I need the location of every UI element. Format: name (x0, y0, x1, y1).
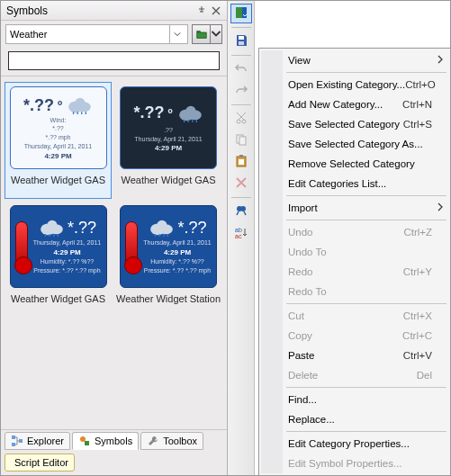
temp-value: *.?? (133, 103, 164, 122)
tab-label: Toolbox (163, 436, 197, 446)
menu-item-paste[interactable]: PasteCtrl+V (261, 346, 448, 365)
menu-item-label: Replace... (288, 414, 432, 425)
svg-rect-13 (12, 443, 15, 446)
menu-item-edit-categories-list[interactable]: Edit Categories List... (261, 174, 448, 193)
thumb-pressure: Pressure: *.?? *.?? mph (33, 267, 101, 274)
menu-item-view[interactable]: View (261, 50, 448, 70)
menu-item-label: Open Existing Category... (288, 79, 405, 90)
menu-item-label: Edit Symbol Properties... (288, 458, 432, 469)
menu-item-copy: CopyCtrl+C (261, 326, 448, 346)
tab-toolbox[interactable]: Toolbox (140, 432, 203, 450)
menu-item-label: Cut (288, 310, 403, 321)
category-actions-menu: ViewOpen Existing Category...Ctrl+OAdd N… (258, 48, 451, 476)
temp-unit: º (167, 106, 172, 121)
toolbar-replace-button[interactable]: abac (230, 223, 252, 243)
menu-item-open-existing-category[interactable]: Open Existing Category...Ctrl+O (261, 75, 448, 94)
menu-item-label: Add New Category... (288, 99, 402, 110)
pin-icon (197, 6, 206, 15)
toolbar-delete-button (230, 174, 252, 193)
menu-item-shortcut: Ctrl+X (403, 310, 432, 321)
symbol-thumbnail: *.?? Thursday, April 21, 2011 4:29 PM Hu… (10, 205, 107, 288)
toolbar-paste-button[interactable] (230, 152, 252, 172)
menu-item-import[interactable]: Import (261, 198, 448, 218)
menu-item-label: Copy (288, 330, 402, 341)
svg-text:ab: ab (235, 227, 242, 233)
tree-icon (11, 435, 23, 447)
thumb-pressure: Pressure: *.?? *.?? mph (143, 267, 211, 274)
menu-item-remove-selected-category[interactable]: Remove Selected Category (261, 154, 448, 174)
menu-item-undo: UndoCtrl+Z (261, 222, 448, 242)
menu-item-shortcut: Ctrl+C (402, 330, 432, 341)
svg-point-8 (47, 220, 57, 230)
menu-item-label: View (288, 55, 432, 66)
toolbar-cut-button (230, 109, 252, 129)
chevron-down-icon (169, 25, 184, 43)
svg-rect-17 (236, 7, 242, 18)
thumb-time: 4:29 PM (33, 248, 101, 256)
menu-item-shortcut: Ctrl+N (402, 99, 432, 110)
menu-separator (286, 303, 446, 304)
symbol-item[interactable]: *.?? º .?? Thursday, April 21, 2011 4:29… (113, 82, 223, 199)
close-icon (212, 6, 221, 15)
symbol-thumbnail: *.?? Thursday, April 21, 2011 4:29 PM Hu… (120, 205, 217, 288)
toolbar-find-button[interactable] (230, 202, 252, 221)
paste-icon (234, 154, 248, 170)
menu-separator (286, 72, 446, 73)
tab-explorer[interactable]: Explorer (5, 432, 70, 450)
thermometer-icon (15, 221, 28, 272)
category-combo[interactable]: Weather (5, 24, 188, 44)
svg-rect-14 (19, 439, 23, 443)
menu-item-save-selected-category-as[interactable]: Save Selected Category As... (261, 134, 448, 154)
panel-title: Symbols (6, 4, 194, 17)
menu-item-label: Undo (288, 227, 403, 238)
symbol-item[interactable]: *.?? Thursday, April 21, 2011 4:29 PM Hu… (5, 201, 112, 318)
symbol-caption: Weather Widget GAS (7, 175, 109, 185)
menu-item-replace[interactable]: Replace... (261, 409, 448, 429)
svg-rect-26 (239, 155, 243, 157)
menu-item-find[interactable]: Find... (261, 390, 448, 409)
save-icon (234, 33, 248, 49)
wrench-icon (147, 435, 159, 447)
category-selector-row: Weather (1, 21, 227, 48)
menu-item-redo: RedoCtrl+Y (261, 262, 448, 282)
temp-value: *.?? (68, 219, 96, 238)
symbol-item[interactable]: *.?? º Wind:*.?? *.?? mph Thursday, Apri… (5, 82, 112, 199)
thumb-time: 4:29 PM (155, 144, 182, 152)
thumb-time: 4:29 PM (143, 248, 211, 256)
symbol-item[interactable]: *.?? Thursday, April 21, 2011 4:29 PM Hu… (113, 201, 223, 318)
chevron-right-icon (437, 202, 443, 213)
menu-item-shortcut: Ctrl+Y (403, 266, 432, 277)
redo-icon (234, 83, 248, 99)
thumb-humidity: Humidity: *.?? %?? (33, 258, 101, 265)
svg-text:ac: ac (235, 233, 242, 239)
menu-item-label: Save Selected Category (288, 119, 403, 130)
toolbar-save-button[interactable] (230, 31, 252, 51)
tab-symbols[interactable]: Symbols (72, 432, 139, 450)
temp-value: *.?? (23, 96, 54, 115)
menu-item-shortcut: Ctrl+O (405, 79, 436, 90)
menu-item-label: Save Selected Category As... (288, 139, 432, 149)
menu-item-label: Paste (288, 350, 403, 361)
symbol-caption: Weather Widget GAS (116, 175, 221, 185)
symbol-gallery: *.?? º Wind:*.?? *.?? mph Thursday, Apri… (1, 76, 227, 429)
category-actions-splitbutton[interactable] (192, 24, 222, 44)
thermometer-icon (125, 221, 138, 272)
thumb-date: Thursday, April 21, 2011 (24, 143, 92, 150)
delete-icon (234, 175, 248, 192)
menu-item-redo-to: Redo To (261, 282, 448, 301)
symbol-search-input[interactable] (8, 51, 220, 70)
toolbar-separator (231, 55, 251, 56)
tab-script-editor[interactable]: Script Editor (5, 454, 75, 472)
close-panel-button[interactable] (209, 4, 223, 18)
thumb-mph: *.?? mph (46, 134, 71, 141)
autohide-pin-button[interactable] (194, 4, 209, 18)
menu-item-shortcut: Ctrl+S (403, 119, 432, 130)
panel-titlebar: Symbols (1, 1, 227, 21)
menu-item-edit-category-properties[interactable]: Edit Category Properties... (261, 434, 448, 454)
toolbar-action-dropdown-button[interactable] (230, 4, 252, 23)
undo-icon (234, 61, 248, 77)
menu-item-save-selected-category[interactable]: Save Selected CategoryCtrl+S (261, 114, 448, 134)
tool-window-tabstrip: ExplorerSymbolsToolbox (1, 429, 227, 452)
menu-item-add-new-category[interactable]: Add New Category...Ctrl+N (261, 94, 448, 114)
svg-rect-19 (239, 36, 244, 40)
